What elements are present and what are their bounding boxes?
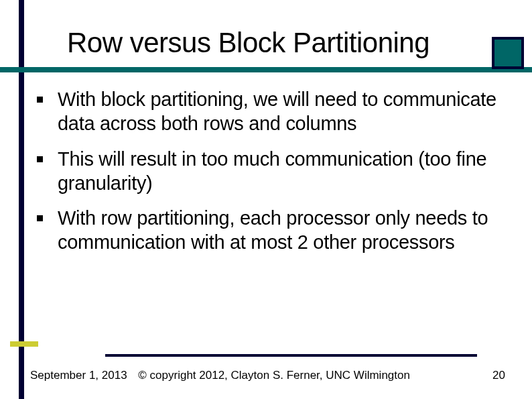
page-number: 20 [492, 369, 505, 382]
content-area: With block partitioning, we will need to… [37, 87, 515, 266]
footer-copyright: © copyright 2012, Clayton S. Ferner, UNC… [138, 369, 410, 382]
list-item: With row partitioning, each processor on… [37, 206, 515, 255]
bullet-text: With row partitioning, each processor on… [58, 206, 515, 255]
left-accent-bar [19, 0, 24, 399]
list-item: This will result in too much communicati… [37, 147, 515, 196]
title-underline [0, 67, 532, 72]
slide-title: Row versus Block Partitioning [67, 27, 532, 59]
bullet-text: With block partitioning, we will need to… [58, 87, 515, 136]
title-area: Row versus Block Partitioning [0, 0, 532, 59]
footer-date: September 1, 2013 [30, 369, 127, 382]
footer-accent-tick [10, 341, 38, 347]
title-square-decoration [492, 37, 524, 69]
footer-line [105, 354, 477, 357]
bullet-text: This will result in too much communicati… [58, 147, 515, 196]
list-item: With block partitioning, we will need to… [37, 87, 515, 136]
bullet-icon [37, 215, 43, 221]
slide: Row versus Block Partitioning With block… [0, 0, 532, 399]
bullet-icon [37, 156, 43, 162]
footer-text: September 1, 2013 © copyright 2012, Clay… [30, 369, 410, 382]
bullet-icon [37, 97, 43, 103]
